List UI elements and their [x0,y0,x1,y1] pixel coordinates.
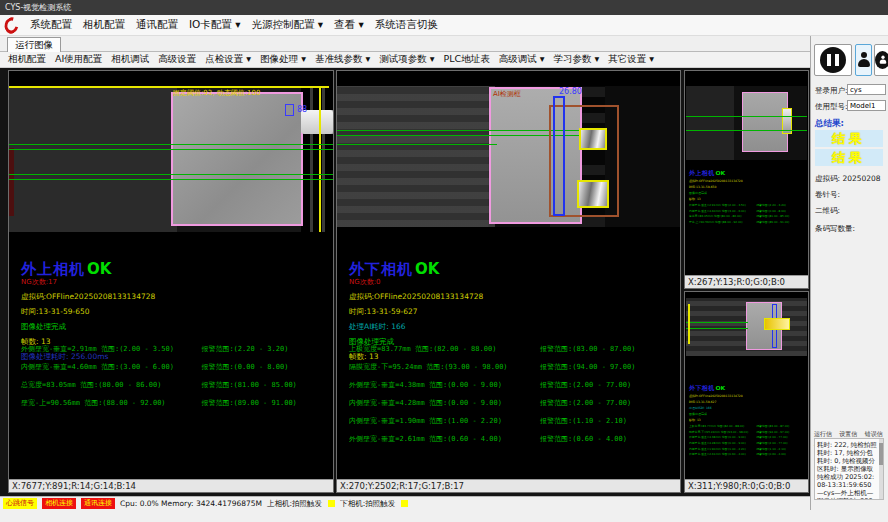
process-done-text: 图像处理完成 [21,322,329,332]
tool-camera-config[interactable]: 相机配置 [8,53,46,66]
measure-text: 内侧壁宽-垂直=1.90mm 范围:(1.00 - 2.20) [349,416,540,426]
alarm-range: 报警范围:(2.00 - 77.00) [756,436,805,440]
measurement-row: 上极宽度=83.77mm 范围:(82.00 - 88.00)报警范围:(83.… [349,344,678,354]
result-ok-badge: OK [415,260,439,278]
menu-language-switch[interactable]: 系统语言切换 [375,18,438,32]
measurement-row: 内侧壁宽-垂直=4.28mm 范围:(0.00 - 9.00)报警范围:(2.0… [349,398,678,408]
menu-light-config[interactable]: 光源控制配置 ▾ [251,18,323,32]
menu-comm-config[interactable]: 通讯配置 [136,18,178,32]
menu-system-config[interactable]: 系统配置 [30,18,72,32]
scrollbar[interactable] [879,439,883,499]
menu-bar: 系统配置 相机配置 通讯配置 IO卡配置 ▾ 光源控制配置 ▾ 查看 ▾ 系统语… [0,15,888,36]
upper-camera-trigger: 上相机:拍照触发 [267,499,322,509]
yellow-guide-line-vertical [688,304,690,344]
status-bar: 心跳信号 相机连接 通讯连接 Cpu: 0.0% Memory: 3424.41… [0,496,810,510]
point-overlay-label: 88 [297,105,307,114]
tool-other-settings[interactable]: 其它设置 ▾ [608,53,654,66]
thumbnail-view-outer-lower: 外下相机OK 虚拟码:OFFline20250208133134728 时间:1… [684,291,809,493]
tool-spot-check[interactable]: 点检设置 ▾ [205,53,251,66]
menu-io-config[interactable]: IO卡配置 ▾ [189,18,240,32]
cpu-memory-readout: Cpu: 0.0% Memory: 3424.41796875M [120,499,262,508]
tool-camera-debug[interactable]: 相机调试 [111,53,149,66]
camera-view-outer-upper: 固定阈值:93, 动态阈值:100 88 外上相机OK NG次数:17 虚拟码:… [8,70,334,493]
alarm-range: 报警范围:(83.00 - 87.00) [756,424,805,428]
measure-text: 外侧壁宽-垂直=2.61mm 范围:(0.60 - 4.00) [689,452,756,456]
measure-line [337,144,497,145]
window-title: CYS-视觉检测系统 [5,3,71,12]
measurement-row: 内侧壁宽-垂直=4.60mm 范围:(3.00 - 6.00)报警范围:(0.0… [21,362,332,372]
run-info-log[interactable]: 耗时: 222, 纯检拍照耗时: 17, 纯检分包耗时: 0, 纯检视频分区耗时… [814,438,884,500]
result-ok-badge: OK [715,169,725,176]
tool-image-processing[interactable]: 图像处理 ▾ [260,53,306,66]
alarm-range: 报警范围:(81.00 - 85.00) [201,380,332,390]
measurement-row: 内侧壁宽-垂直=1.90mm 范围:(1.00 - 2.20)报警范围:(1.1… [349,416,678,426]
alarm-range: 报警范围:(0.60 - 4.00) [756,452,805,456]
measure-text: 内侧壁宽-垂直=4.28mm 范围:(0.00 - 9.00) [349,398,540,408]
alarm-range: 报警范围:(2.00 - 77.00) [756,441,805,445]
measurement-list: 外侧壁宽-垂直=2.91mm 范围:(2.00 - 3.50)报警范围:(2.2… [21,344,332,416]
menu-camera-config[interactable]: 相机配置 [83,18,125,32]
sidebar: → 登录用户: 使用型号: 总结果: 结果 结果 虚拟码: 20250208 卷… [810,36,888,510]
ai-elapsed: 处理AI耗时: 166 [689,406,805,410]
measure-text: 内侧壁宽-垂直=4.60mm 范围:(3.00 - 6.00) [689,209,756,213]
camera-title: 外上相机 [689,169,715,176]
tool-advanced-debug[interactable]: 高级调试 ▾ [499,53,545,66]
virtual-code-label: 虚拟码: 20250208 [815,174,881,184]
model-input[interactable] [847,100,886,111]
machine-part [9,148,14,216]
measurement-row: 隔膜宽度-下=95.24mm 范围:(93.00 - 98.00)报警范围:(9… [349,362,678,372]
alarm-range: 报警范围:(1.10 - 2.10) [540,416,678,426]
tool-ai-usage-config[interactable]: AI使用配置 [55,53,102,66]
measure-text: 内侧壁宽-垂直=4.28mm 范围:(0.00 - 9.00) [689,441,756,445]
pixel-coords-readout: X:311;Y:980;R:0;G:0;B:0 [685,479,808,492]
total-result-label: 总结果: [815,118,844,130]
virtual-code-value: 20250208 [842,174,880,183]
tool-plc-address[interactable]: PLC地址表 [444,53,490,66]
camera-title: 外上相机 [21,260,85,278]
pause-button[interactable] [814,44,852,76]
login-user-input[interactable] [847,84,886,95]
tool-advanced-settings[interactable]: 高级设置 [158,53,196,66]
blue-measure-box [553,96,565,216]
measure-line [686,322,748,323]
tool-test-params[interactable]: 测试项参数 ▾ [379,53,434,66]
operator-button[interactable] [855,44,872,76]
measure-text: 外侧壁宽-垂直=2.91mm 范围:(2.00 - 3.50) [689,203,756,207]
measure-text: 内侧壁宽-垂直=1.90mm 范围:(1.00 - 2.20) [689,447,756,451]
capture-time: 时间:13-31-59-627 [349,307,675,317]
alarm-range: 报警范围:(94.00 - 97.00) [756,430,805,434]
measure-text: 隔膜宽度-下=95.24mm 范围:(93.00 - 98.00) [349,362,540,372]
qr-code-label: 二维码: [815,206,840,216]
measure-text: 壁宽-上=90.56mm 范围:(88.00 - 92.00) [21,398,201,408]
thumbnail-result-text: 外上相机OK 虚拟码:OFFline20250208133134728 时间:1… [689,169,805,226]
alarm-range: 报警范围:(2.00 - 77.00) [540,398,678,408]
measure-line [686,130,807,131]
tool-baseline-params[interactable]: 基准线参数 ▾ [315,53,370,66]
result-box-upper: 结果 [815,130,883,147]
alarm-range: 报警范围:(2.00 - 77.00) [540,380,678,390]
camera-title: 外下相机 [349,260,413,278]
measure-line [9,144,333,145]
measure-text: 壁宽-上=90.56mm 范围:(88.00 - 92.00) [689,220,756,224]
camera-image-outer-lower[interactable]: AI检测框 26.80 [337,86,680,227]
virtual-code-caption: 虚拟码: [815,174,840,183]
alarm-range: 报警范围:(0.60 - 4.00) [540,434,678,444]
alarm-range: 报警范围:(2.20 - 3.20) [201,344,332,354]
menu-view[interactable]: 查看 ▾ [334,18,364,32]
tool-learning-params[interactable]: 学习参数 ▾ [553,53,599,66]
measure-line [9,174,333,175]
measure-text: 上极宽度=83.77mm 范围:(82.00 - 88.00) [349,344,540,354]
camera-image-outer-upper[interactable]: 固定阈值:93, 动态阈值:100 88 [9,86,333,232]
thumbnail-image[interactable] [686,86,807,160]
measure-text: 外侧壁宽-垂直=4.38mm 范围:(0.00 - 9.00) [689,436,756,440]
thumbnail-view-outer-upper: 外上相机OK 虚拟码:OFFline20250208133134728 时间:1… [684,70,809,289]
thumbnail-image[interactable] [686,298,807,356]
tab-run-image[interactable]: 运行图像 [7,37,61,52]
virtual-code: 虚拟码:OFFline20250208133134728 [21,292,329,302]
account-button[interactable] [874,44,888,76]
measure-text: 外侧壁宽-垂直=2.61mm 范围:(0.60 - 4.00) [349,434,540,444]
measure-line [9,149,333,150]
measure-text: 外侧壁宽-垂直=4.38mm 范围:(0.00 - 9.00) [349,380,540,390]
window-titlebar[interactable]: CYS-视觉检测系统 [0,0,888,15]
virtual-code: 虚拟码:OFFline20250208133134728 [349,292,675,302]
